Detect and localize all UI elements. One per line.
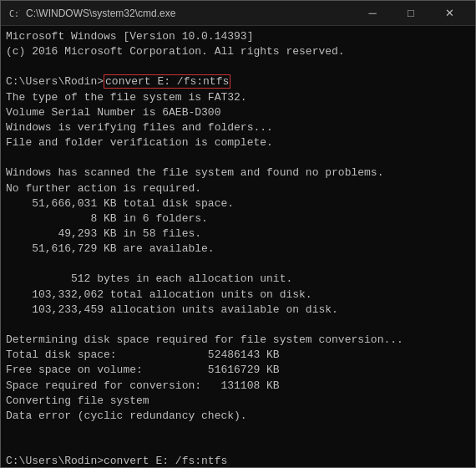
line-6: Windows is verifying files and folders..… bbox=[6, 120, 470, 135]
highlighted-command: convert E: /fs:ntfs bbox=[104, 74, 230, 89]
line-17: Determining disk space required for file… bbox=[6, 333, 470, 348]
line-blank-5 bbox=[6, 424, 470, 439]
maximize-button[interactable]: □ bbox=[392, 1, 430, 26]
line-blank-2 bbox=[6, 150, 470, 165]
line-21: Converting file system bbox=[6, 394, 470, 409]
line-23: C:\Users\Rodin>convert E: /fs:ntfs bbox=[6, 454, 470, 467]
line-13: 51,616,729 KB are available. bbox=[6, 242, 470, 257]
line-blank-1 bbox=[6, 59, 470, 74]
window-title: C:\WINDOWS\system32\cmd.exe bbox=[26, 8, 353, 19]
line-2: (c) 2016 Microsoft Corporation. All righ… bbox=[6, 44, 470, 59]
svg-text:C:\: C:\ bbox=[9, 9, 20, 18]
line-18: Total disk space: 52486143 KB bbox=[6, 348, 470, 363]
line-5: Volume Serial Number is 6AEB-D300 bbox=[6, 105, 470, 120]
line-10: 51,666,031 KB total disk space. bbox=[6, 196, 470, 211]
line-3: C:\Users\Rodin>convert E: /fs:ntfs bbox=[6, 74, 470, 89]
minimize-button[interactable]: ─ bbox=[353, 1, 392, 26]
line-8: Windows has scanned the file system and … bbox=[6, 165, 470, 181]
cmd-icon: C:\ bbox=[8, 7, 21, 20]
line-19: Free space on volume: 51616729 KB bbox=[6, 363, 470, 378]
line-20: Space required for conversion: 131108 KB bbox=[6, 379, 470, 394]
line-1: Microsoft Windows [Version 10.0.14393] bbox=[6, 29, 470, 44]
line-22: Data error (cyclic redundancy check). bbox=[6, 409, 470, 424]
line-11: 8 KB in 6 folders. bbox=[6, 211, 470, 226]
close-button[interactable]: ✕ bbox=[430, 1, 468, 26]
title-bar: C:\ C:\WINDOWS\system32\cmd.exe ─ □ ✕ bbox=[1, 1, 475, 26]
cmd-window: C:\ C:\WINDOWS\system32\cmd.exe ─ □ ✕ Mi… bbox=[0, 0, 476, 468]
line-15: 103,332,062 total allocation units on di… bbox=[6, 287, 470, 303]
line-blank-3 bbox=[6, 257, 470, 272]
terminal-body[interactable]: Microsoft Windows [Version 10.0.14393] (… bbox=[1, 26, 475, 467]
line-4: The type of the file system is FAT32. bbox=[6, 90, 470, 105]
line-7: File and folder verification is complete… bbox=[6, 135, 470, 150]
window-controls: ─ □ ✕ bbox=[353, 1, 468, 26]
line-blank-6 bbox=[6, 439, 470, 454]
line-16: 103,233,459 allocation units available o… bbox=[6, 303, 470, 318]
line-9: No further action is required. bbox=[6, 181, 470, 196]
line-12: 49,293 KB in 58 files. bbox=[6, 226, 470, 242]
line-14: 512 bytes in each allocation unit. bbox=[6, 272, 470, 287]
line-blank-4 bbox=[6, 318, 470, 333]
